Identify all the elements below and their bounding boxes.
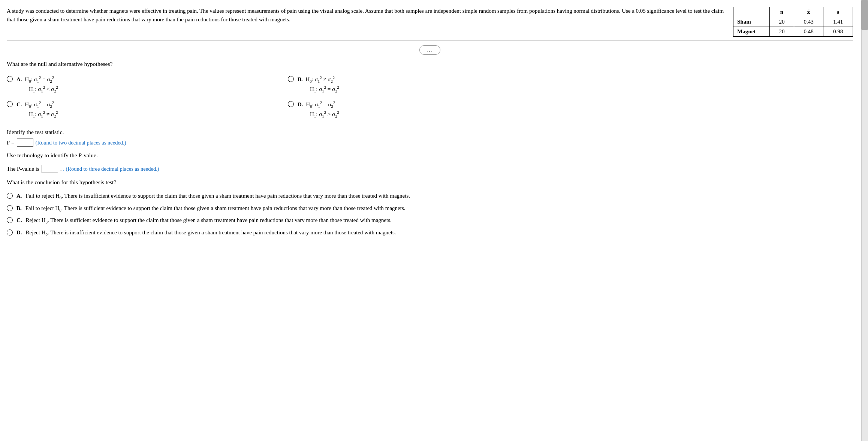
ellipsis-row: ...: [7, 45, 853, 55]
conclusion-radio-c[interactable]: [7, 217, 13, 223]
conclusion-section: What is the conclusion for this hypothes…: [7, 179, 853, 237]
hyp-content-d: D. H0: σ12 = σ22 H1: σ12 > σ22: [298, 100, 339, 119]
hyp-content-c: C. H0: σ12 = σ22 H1: σ12 ≠ σ22: [16, 100, 58, 119]
f-hint: (Round to two decimal places as needed.): [36, 140, 126, 146]
conclusion-label-a: A.: [16, 192, 22, 200]
table-header-group: [733, 7, 770, 17]
f-equals-label: F =: [7, 140, 15, 146]
hyp-d-h1: H1: σ12 > σ22: [298, 110, 339, 119]
f-input-row: F = (Round to two decimal places as need…: [7, 139, 853, 147]
pvalue-section: Use technology to identify the P-value. …: [7, 152, 853, 173]
pvalue-row: The P-value is . . (Round to three decim…: [7, 165, 853, 173]
conclusion-option-a[interactable]: A. Fail to reject H0. There is insuffici…: [7, 192, 853, 200]
hypothesis-option-a[interactable]: A. H0: σ12 = σ22 H1: σ12 < σ22: [7, 73, 288, 95]
radio-c[interactable]: [7, 101, 13, 107]
pvalue-use-tech-label: Use technology to identify the P-value.: [7, 152, 853, 159]
table-header-s: s: [823, 7, 853, 17]
pvalue-input-box[interactable]: [42, 165, 58, 173]
conclusion-radio-a[interactable]: [7, 193, 13, 199]
conclusion-label-d: D.: [16, 228, 22, 237]
hyp-b-h1: H1: σ12 = σ22: [298, 85, 339, 94]
hyp-b-label: B. H0: σ12 ≠ σ22: [298, 75, 339, 85]
table-row-magnet: Magnet 20 0.48 0.98: [733, 27, 853, 37]
conclusion-question: What is the conclusion for this hypothes…: [7, 179, 853, 186]
table-cell-sham-xbar: 0.43: [794, 17, 823, 27]
table-cell-magnet-label: Magnet: [733, 27, 770, 37]
hypotheses-question: What are the null and alternative hypoth…: [7, 61, 853, 67]
pvalue-label-after: . . (Round to three decimal places as ne…: [60, 166, 159, 172]
radio-b[interactable]: [288, 76, 294, 82]
table-cell-magnet-n: 20: [770, 27, 794, 37]
scrollbar-thumb[interactable]: [861, 0, 868, 30]
problem-text: A study was conducted to determine wheth…: [7, 7, 724, 24]
conclusion-option-b[interactable]: B. Fail to reject H0. There is sufficien…: [7, 204, 853, 213]
data-table: n x̄ s Sham 20 0.43 1.41 Magnet 20 0.48 …: [733, 7, 853, 37]
conclusion-radio-b[interactable]: [7, 205, 13, 211]
conclusion-text-c: Reject H0. There is sufficient evidence …: [26, 216, 392, 225]
hyp-content-b: B. H0: σ12 ≠ σ22 H1: σ12 = σ22: [298, 75, 339, 94]
ellipsis-button[interactable]: ...: [419, 45, 441, 55]
test-stat-section: Identify the test statistic. F = (Round …: [7, 129, 853, 147]
conclusion-label-b: B.: [16, 204, 22, 213]
hypotheses-grid: A. H0: σ12 = σ22 H1: σ12 < σ22 B. H0: σ1…: [7, 73, 569, 121]
table-row-sham: Sham 20 0.43 1.41: [733, 17, 853, 27]
test-stat-label: Identify the test statistic.: [7, 129, 853, 136]
hyp-c-h1: H1: σ12 ≠ σ22: [16, 110, 58, 119]
radio-a[interactable]: [7, 76, 13, 82]
hypothesis-option-d[interactable]: D. H0: σ12 = σ22 H1: σ12 > σ22: [288, 98, 569, 121]
scrollbar[interactable]: [861, 0, 868, 441]
hyp-d-label: D. H0: σ12 = σ22: [298, 100, 339, 110]
conclusion-text-b: Fail to reject H0. There is sufficient e…: [25, 204, 406, 213]
conclusion-text-d: Reject H0. There is insufficient evidenc…: [26, 228, 396, 237]
conclusion-option-c[interactable]: C. Reject H0. There is sufficient eviden…: [7, 216, 853, 225]
hypothesis-option-b[interactable]: B. H0: σ12 ≠ σ22 H1: σ12 = σ22: [288, 73, 569, 95]
radio-d[interactable]: [288, 101, 294, 107]
hypothesis-option-c[interactable]: C. H0: σ12 = σ22 H1: σ12 ≠ σ22: [7, 98, 288, 121]
hyp-c-label: C. H0: σ12 = σ22: [16, 100, 58, 110]
conclusion-option-d[interactable]: D. Reject H0. There is insufficient evid…: [7, 228, 853, 237]
pvalue-label-before: The P-value is: [7, 166, 39, 172]
table-header-n: n: [770, 7, 794, 17]
hyp-content-a: A. H0: σ12 = σ22 H1: σ12 < σ22: [16, 75, 58, 94]
table-cell-sham-s: 1.41: [823, 17, 853, 27]
conclusion-text-a: Fail to reject H0. There is insufficient…: [26, 192, 410, 200]
table-header-xbar: x̄: [794, 7, 823, 17]
table-cell-magnet-xbar: 0.48: [794, 27, 823, 37]
conclusion-label-c: C.: [16, 216, 22, 225]
conclusion-radio-d[interactable]: [7, 229, 13, 235]
hyp-a-label: A. H0: σ12 = σ22: [16, 75, 58, 85]
table-cell-sham-label: Sham: [733, 17, 770, 27]
hyp-a-h1: H1: σ12 < σ22: [16, 85, 58, 94]
table-cell-sham-n: 20: [770, 17, 794, 27]
table-cell-magnet-s: 0.98: [823, 27, 853, 37]
top-section: A study was conducted to determine wheth…: [7, 7, 853, 41]
f-input-box[interactable]: [17, 139, 33, 147]
